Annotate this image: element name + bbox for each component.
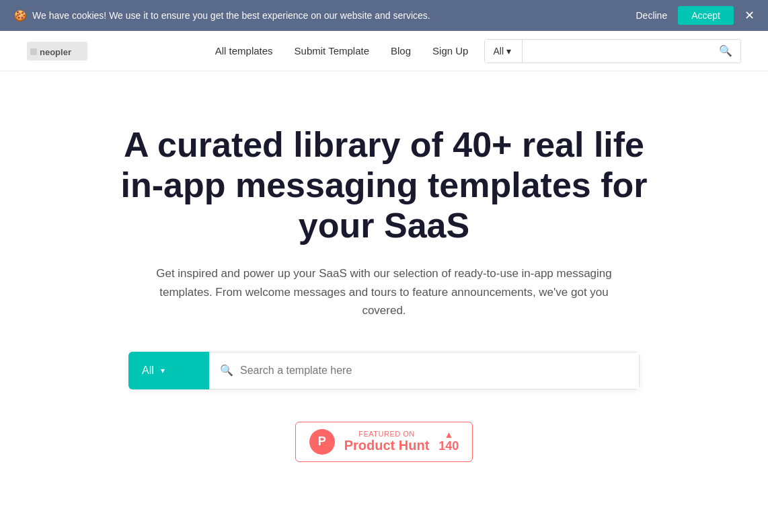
product-hunt-vote-count: 140 (438, 439, 459, 453)
product-hunt-featured-label: FEATURED ON (344, 430, 430, 438)
product-hunt-arrow-icon: ▲ (444, 430, 453, 439)
nav-links: All templates Submit Template Blog Sign … (215, 45, 469, 56)
nav-search-button[interactable]: 🔍 (711, 44, 740, 57)
product-hunt-badge[interactable]: P FEATURED ON Product Hunt ▲ 140 (295, 422, 473, 462)
product-hunt-name: Product Hunt (344, 438, 430, 453)
hero-search-input[interactable] (240, 365, 628, 377)
hero-title: A curated library of 40+ real life in-ap… (108, 125, 660, 245)
hero-search-category-label: All (142, 365, 154, 377)
logo-image: neopler (27, 42, 87, 61)
nav-chevron-icon: ▾ (506, 46, 511, 56)
nav-search-category[interactable]: All ▾ (485, 40, 523, 63)
svg-rect-0 (30, 48, 37, 55)
cookie-decline-button[interactable]: Decline (636, 10, 667, 21)
nav-search-category-label: All (493, 46, 504, 56)
cookie-message: We have cookies! We use it to ensure you… (32, 10, 636, 21)
navbar: neopler All templates Submit Template Bl… (0, 31, 768, 71)
hero-search-bar: All ▾ 🔍 (128, 352, 640, 389)
product-hunt-votes: ▲ 140 (438, 430, 459, 453)
search-icon: 🔍 (719, 45, 732, 56)
hero-search-category[interactable]: All ▾ (128, 352, 209, 389)
cookie-banner: 🍪 We have cookies! We use it to ensure y… (0, 0, 768, 31)
cookie-accept-button[interactable]: Accept (678, 6, 734, 25)
cookie-close-button[interactable]: ✕ (744, 9, 755, 22)
nav-blog[interactable]: Blog (391, 45, 411, 56)
product-hunt-badge-wrap: P FEATURED ON Product Hunt ▲ 140 (108, 422, 660, 462)
nav-sign-up[interactable]: Sign Up (432, 45, 468, 56)
svg-text:neopler: neopler (40, 47, 71, 57)
hero-search-input-wrap: 🔍 (209, 352, 640, 389)
hero-subtitle: Get inspired and power up your SaaS with… (142, 264, 626, 319)
nav-search-input[interactable] (523, 40, 711, 63)
product-hunt-text: FEATURED ON Product Hunt (344, 430, 430, 453)
hero-search-icon: 🔍 (220, 364, 233, 377)
hero-section: A curated library of 40+ real life in-ap… (81, 71, 687, 532)
nav-submit-template[interactable]: Submit Template (295, 45, 369, 56)
hero-chevron-icon: ▾ (161, 366, 165, 375)
product-hunt-icon: P (309, 429, 335, 455)
cookie-emoji: 🍪 (13, 9, 27, 22)
nav-all-templates[interactable]: All templates (215, 45, 273, 56)
logo[interactable]: neopler (27, 42, 87, 61)
nav-search-area: All ▾ 🔍 (484, 39, 741, 63)
